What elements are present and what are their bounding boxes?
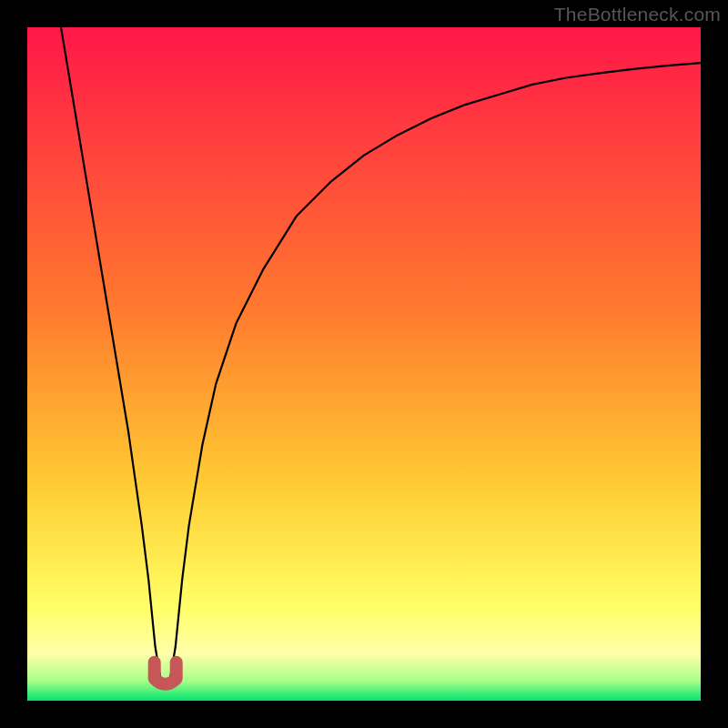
chart-frame: TheBottleneck.com — [0, 0, 728, 728]
attribution-text: TheBottleneck.com — [554, 4, 721, 25]
gradient-background — [27, 27, 701, 701]
bottleneck-chart — [27, 27, 701, 701]
